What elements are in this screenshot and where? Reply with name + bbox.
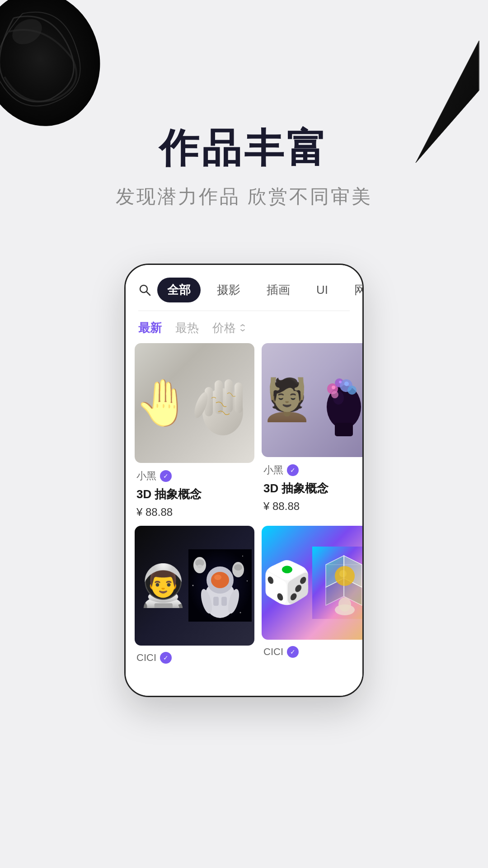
- svg-point-24: [344, 382, 349, 386]
- filter-newest[interactable]: 最新: [138, 320, 162, 336]
- filter-price[interactable]: 价格: [212, 320, 247, 336]
- product-image-3: [135, 526, 254, 646]
- hero-subtitle: 发现潜力作品 欣赏不同审美: [0, 184, 488, 209]
- nav-tab-ui[interactable]: UI: [306, 278, 338, 302]
- product-author-2: 小黑 ✓: [263, 463, 364, 477]
- svg-rect-11: [225, 379, 233, 413]
- svg-rect-12: [235, 382, 243, 413]
- svg-rect-15: [335, 423, 353, 436]
- svg-rect-41: [221, 597, 227, 606]
- product-meta-4: CICI ✓ 3D 抽象概念: [262, 646, 364, 677]
- svg-point-22: [332, 386, 335, 389]
- product-meta-3: CICI ✓ 3D 抽象概念: [135, 652, 254, 683]
- author-name-1: 小黑: [136, 469, 156, 483]
- svg-point-39: [214, 575, 221, 580]
- product-author-4: CICI ✓: [263, 646, 364, 658]
- product-image-4: [262, 526, 364, 640]
- svg-point-23: [339, 381, 342, 383]
- product-author-3: CICI ✓: [136, 652, 253, 664]
- filter-bar: 最新 最热 价格: [126, 311, 362, 343]
- svg-point-54: [338, 597, 351, 612]
- svg-rect-10: [215, 380, 223, 414]
- price-sort-icon: [239, 324, 247, 332]
- product-price-2: ¥ 88.88: [263, 500, 364, 513]
- author-name-3: CICI: [136, 652, 156, 664]
- svg-point-30: [239, 612, 241, 613]
- svg-line-7: [146, 292, 150, 295]
- svg-point-21: [331, 391, 338, 398]
- product-card-3[interactable]: CICI ✓ 3D 抽象概念: [135, 526, 254, 687]
- author-name-4: CICI: [263, 646, 283, 658]
- nav-tab-photo[interactable]: 摄影: [207, 278, 250, 302]
- cube-image: [262, 526, 364, 640]
- filter-hottest[interactable]: 最热: [175, 320, 199, 336]
- product-card-4[interactable]: CICI ✓ 3D 抽象概念: [262, 526, 364, 687]
- product-image-2: [262, 343, 364, 457]
- head-image: [262, 343, 364, 457]
- svg-rect-40: [213, 597, 219, 606]
- verified-badge-2: ✓: [287, 464, 299, 476]
- nav-tab-illustration[interactable]: 插画: [257, 278, 300, 302]
- svg-point-38: [211, 572, 229, 588]
- nav-tab-web[interactable]: 网页: [344, 278, 364, 302]
- phone-nav: 全部 摄影 插画 UI 网页 ⇅ ≡: [126, 265, 362, 302]
- product-grid: 小黑 ✓ 3D 抽象概念 ¥ 88.88: [126, 343, 362, 696]
- svg-point-29: [247, 580, 248, 581]
- product-card-1[interactable]: 小黑 ✓ 3D 抽象概念 ¥ 88.88: [135, 343, 254, 519]
- verified-badge-3: ✓: [160, 652, 172, 664]
- astronaut-image: [135, 526, 254, 646]
- hand-image: [135, 343, 254, 463]
- svg-point-20: [347, 386, 357, 395]
- verified-badge-4: ✓: [287, 646, 299, 658]
- svg-point-28: [192, 585, 193, 586]
- product-card-2[interactable]: 小黑 ✓ 3D 抽象概念 ¥ 88.88: [262, 343, 364, 519]
- product-title-1: 3D 抽象概念: [136, 486, 253, 502]
- deco-top-right: [402, 36, 483, 172]
- product-meta-1: 小黑 ✓ 3D 抽象概念 ¥ 88.88: [135, 469, 254, 519]
- verified-badge-1: ✓: [160, 470, 172, 482]
- product-price-1: ¥ 88.88: [136, 506, 253, 519]
- product-meta-2: 小黑 ✓ 3D 抽象概念 ¥ 88.88: [262, 463, 364, 513]
- svg-point-35: [234, 564, 242, 571]
- phone-mockup: 全部 摄影 插画 UI 网页 ⇅ ≡ 最新 最热 价格: [124, 264, 364, 697]
- search-icon[interactable]: [138, 282, 151, 298]
- svg-point-27: [242, 556, 243, 557]
- svg-point-50: [339, 570, 347, 577]
- product-image-1: [135, 343, 254, 463]
- author-name-2: 小黑: [263, 463, 283, 477]
- product-author-1: 小黑 ✓: [136, 469, 253, 483]
- nav-tab-all[interactable]: 全部: [157, 278, 201, 302]
- product-title-2: 3D 抽象概念: [263, 481, 364, 496]
- phone-wrapper: 全部 摄影 插画 UI 网页 ⇅ ≡ 最新 最热 价格: [0, 264, 488, 697]
- deco-top-left: [0, 0, 122, 136]
- svg-marker-3: [416, 41, 479, 163]
- svg-point-33: [197, 565, 202, 568]
